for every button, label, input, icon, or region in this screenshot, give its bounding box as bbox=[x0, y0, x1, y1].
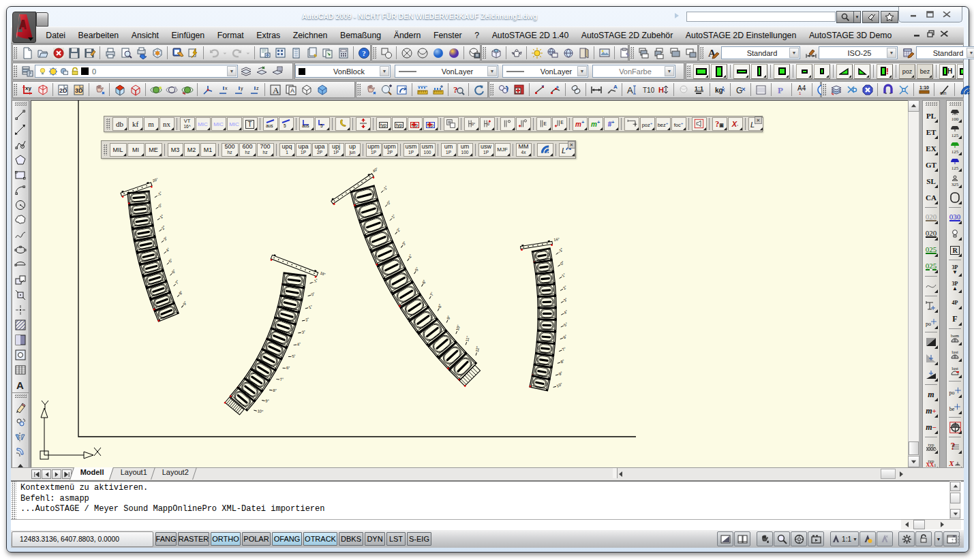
svg-text:G: G bbox=[736, 86, 742, 95]
svg-text:8°: 8° bbox=[273, 388, 277, 392]
svg-text:A: A bbox=[627, 85, 633, 95]
svg-text:7°: 7° bbox=[279, 377, 284, 382]
svg-text:8°: 8° bbox=[438, 304, 442, 309]
svg-text:kg: kg bbox=[715, 87, 723, 94]
svg-text:6°: 6° bbox=[562, 334, 568, 339]
svg-text:-1°: -1° bbox=[382, 185, 389, 191]
svg-text:11°: 11° bbox=[465, 335, 470, 341]
svg-text:A: A bbox=[613, 84, 618, 90]
svg-text:3°: 3° bbox=[563, 297, 568, 302]
svg-text:2°: 2° bbox=[562, 285, 568, 290]
svg-text:7°: 7° bbox=[429, 292, 435, 296]
svg-text:6°: 6° bbox=[286, 366, 290, 371]
svg-text:y: y bbox=[241, 86, 243, 91]
svg-text:-1°: -1° bbox=[312, 278, 318, 284]
svg-text:20°: 20° bbox=[152, 177, 159, 183]
svg-text:4°: 4° bbox=[408, 253, 413, 259]
svg-text:T10: T10 bbox=[643, 87, 654, 94]
svg-text:3°: 3° bbox=[301, 330, 306, 335]
svg-text:5°: 5° bbox=[563, 322, 568, 327]
svg-text:16°: 16° bbox=[553, 237, 560, 242]
svg-text:A: A bbox=[273, 85, 279, 95]
svg-text:aus: aus bbox=[266, 123, 273, 128]
svg-text:18°: 18° bbox=[320, 270, 326, 277]
svg-text:3°: 3° bbox=[401, 240, 407, 246]
svg-text:5°: 5° bbox=[414, 266, 420, 272]
svg-text:A: A bbox=[290, 87, 294, 94]
svg-text:2D: 2D bbox=[59, 87, 67, 94]
svg-text:5: 5 bbox=[284, 123, 286, 128]
svg-text:5: 5 bbox=[320, 123, 323, 128]
svg-text:8°: 8° bbox=[560, 358, 566, 364]
svg-text:5°: 5° bbox=[292, 354, 296, 358]
svg-text:z: z bbox=[256, 86, 259, 91]
svg-text:12°: 12° bbox=[475, 346, 480, 353]
svg-text:7°: 7° bbox=[562, 346, 567, 352]
svg-text:1:1: 1:1 bbox=[695, 85, 703, 92]
svg-text:1°: 1° bbox=[391, 214, 396, 219]
svg-text:9°: 9° bbox=[182, 300, 187, 306]
svg-text:3D: 3D bbox=[75, 87, 83, 94]
svg-text:0: 0 bbox=[487, 122, 489, 126]
svg-text:10°: 10° bbox=[257, 409, 263, 414]
svg-text:2°: 2° bbox=[305, 317, 309, 322]
svg-text:1:10: 1:10 bbox=[919, 85, 929, 90]
svg-text:40°: 40° bbox=[371, 167, 378, 174]
svg-text:P: P bbox=[778, 85, 783, 95]
svg-text:E: E bbox=[560, 120, 564, 125]
svg-text:0°: 0° bbox=[310, 292, 316, 297]
svg-text:8°: 8° bbox=[178, 290, 183, 296]
svg-text:H: H bbox=[658, 86, 664, 94]
svg-text:A: A bbox=[16, 379, 24, 391]
svg-text:9°: 9° bbox=[265, 399, 269, 403]
svg-text:E: E bbox=[544, 121, 547, 126]
svg-text:10°: 10° bbox=[556, 382, 563, 388]
svg-text:4°: 4° bbox=[563, 309, 568, 315]
svg-text:x: x bbox=[225, 86, 228, 91]
svg-text:aus: aus bbox=[302, 123, 309, 128]
svg-text:6°: 6° bbox=[421, 279, 427, 285]
svg-text:-1°: -1° bbox=[156, 191, 163, 197]
svg-text:7°: 7° bbox=[174, 279, 180, 285]
svg-text:2°: 2° bbox=[396, 227, 401, 232]
svg-text:9°: 9° bbox=[446, 315, 451, 320]
svg-text:1°: 1° bbox=[308, 305, 313, 310]
svg-text:?: ? bbox=[453, 84, 458, 95]
svg-text:ein: ein bbox=[940, 91, 946, 95]
svg-text:xy: xy bbox=[25, 85, 31, 91]
svg-text:0°: 0° bbox=[472, 122, 475, 126]
svg-text:4°: 4° bbox=[296, 342, 301, 347]
svg-text:9°: 9° bbox=[558, 371, 564, 376]
svg-text:-1°: -1° bbox=[558, 247, 564, 254]
svg-text:?: ? bbox=[362, 49, 366, 57]
svg-text:10°: 10° bbox=[455, 324, 461, 331]
